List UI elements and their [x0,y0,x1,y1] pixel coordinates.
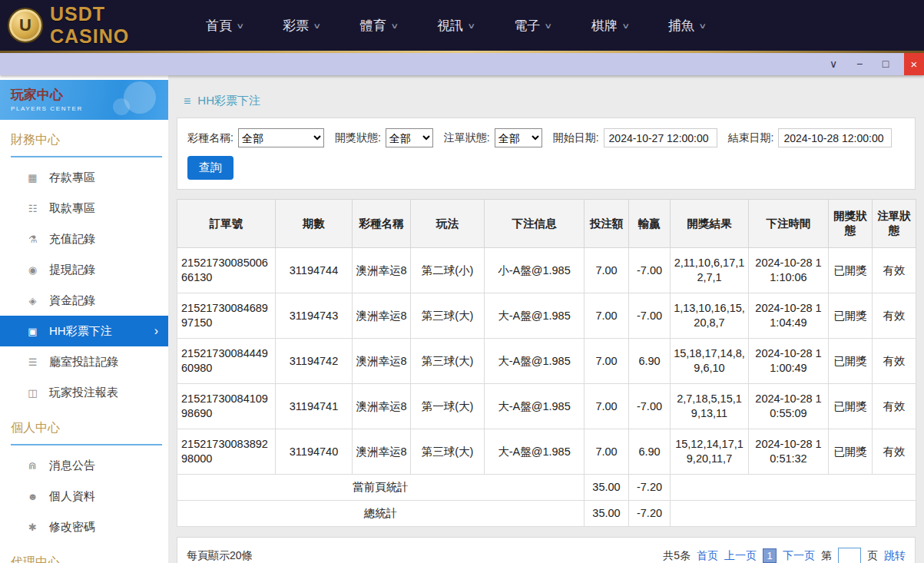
sidebar-item-deposit-area[interactable]: ▦存款專區 [0,162,168,193]
nav-item-fishing[interactable]: 捕魚∨ [668,17,705,35]
cell-order-status: 有效 [873,429,916,475]
page-jump-input[interactable] [838,548,861,563]
summary-win-loss: -7.20 [629,475,671,501]
cell-bet-info: 小-A盤@1.985 [485,248,585,293]
nav-item-sports[interactable]: 體育∨ [360,17,397,35]
coin-icon: ◉ [26,264,39,276]
cell-draw-result: 15,12,14,17,19,20,11,7 [671,429,749,475]
nav-item-label: 首頁 [206,17,232,35]
current-page-indicator[interactable]: 1 [763,548,777,563]
cell-draw-status: 已開獎 [829,293,873,339]
sidebar-item-announcements[interactable]: ⋒消息公告 [0,450,168,481]
nav-item-electronic[interactable]: 電子∨ [514,17,551,35]
col-header-period: 期數 [276,200,353,248]
filter-select-order-status[interactable]: 全部 [495,128,542,147]
nav-item-home[interactable]: 首頁∨ [206,17,243,35]
sidebar-item-withdrawal-records[interactable]: ◉提現記錄 [0,254,168,285]
table-footer: 每頁顯示20條 共5条 首页 上一页 1 下一页 第 页 跳转 [177,537,916,563]
sidebar-item-hall-bet-records[interactable]: ☰廳室投註記錄 [0,346,168,377]
cell-bet-amount: 7.00 [585,293,629,339]
section-title-finance-center: 財務中心 [11,132,162,157]
pagination: 共5条 首页 上一页 1 下一页 第 页 跳转 [663,548,906,563]
summary-win-loss: -7.20 [629,501,671,527]
prev-page-link[interactable]: 上一页 [724,549,757,563]
cell-order-no: 2152173008500666130 [177,248,276,293]
sidebar-title: 玩家中心 [11,86,168,104]
cell-draw-result: 1,13,10,16,15,20,8,7 [671,293,749,339]
coin-stack-icon: ☷ [26,203,39,214]
sidebar-item-withdraw-area[interactable]: ☷取款專區 [0,193,168,224]
money-bag-icon: ◈ [26,295,39,306]
cell-play-type: 第三球(大) [411,339,485,384]
nav-item-lottery[interactable]: 彩票∨ [283,17,320,35]
cell-draw-result: 15,18,17,14,8,9,6,10 [671,339,749,384]
cell-period: 31194742 [276,339,353,384]
cell-bet-info: 大-A盤@1.985 [485,339,585,384]
deposit-card-icon: ▦ [26,172,39,184]
sidebar-item-label: 廳室投註記錄 [49,355,118,369]
col-header-bet-info: 下注信息 [485,200,585,248]
nav-item-board-games[interactable]: 棋牌∨ [591,17,628,35]
sidebar-item-label: 修改密碼 [49,520,95,535]
logo-text: USDT CASINO [50,3,172,48]
jump-button[interactable]: 跳转 [884,549,906,563]
col-header-draw-result: 開獎結果 [671,200,749,248]
filter-label-start-date: 開始日期: [553,131,599,145]
filter-select-lottery-name[interactable]: 全部 [238,128,324,147]
cell-lottery-name: 澳洲幸运8 [353,339,411,384]
window-maximize-button[interactable]: □ [878,53,893,75]
cell-order-status: 有效 [873,384,916,429]
list-icon: ☰ [26,356,39,368]
sidebar-item-hh-lottery-bets[interactable]: ▣HH彩票下注› [0,316,168,346]
summary-bet-total: 35.00 [585,475,629,501]
sidebar-item-funds-records[interactable]: ◈資金記錄 [0,285,168,316]
col-header-order-no: 訂單號 [177,200,276,248]
jump-label-suffix: 页 [867,549,878,563]
next-page-link[interactable]: 下一页 [783,549,815,563]
col-header-bet-amount: 投注額 [585,200,629,248]
cell-period: 31194740 [276,429,353,475]
summary-row: 當前頁統計35.00-7.20 [177,475,916,501]
app-layout: 玩家中心 PLAYERS CENTER 財務中心▦存款專區☷取款專區⚗充值記錄◉… [0,75,924,563]
filter-input-end-date[interactable] [778,128,892,147]
search-button[interactable]: 查詢 [187,156,233,180]
chevron-down-icon: ∨ [621,22,630,30]
sidebar-item-player-bet-report[interactable]: ◫玩家投注報表 [0,377,168,408]
first-page-link[interactable]: 首页 [697,549,718,563]
summary-empty [671,501,916,527]
window-minimize-button[interactable]: − [852,53,867,75]
bell-icon: ⋒ [26,460,39,472]
nav-item-label: 彩票 [283,17,309,35]
chevron-down-icon: ∨ [467,22,475,30]
cell-order-no: 2152173008410998690 [177,384,276,429]
summary-label: 總統計 [177,501,585,527]
chevron-down-icon: ∨ [698,22,707,30]
nav-item-label: 視訊 [437,17,463,35]
logo-coin-letter: U [19,15,31,35]
table-row: 215217300846899715031194743澳洲幸运8第三球(大)大-… [177,293,916,339]
filter-select-draw-status[interactable]: 全部 [386,128,433,147]
sidebar-item-change-password[interactable]: ✱修改密碼 [0,512,168,542]
window-close-button[interactable]: × [904,53,924,75]
main-nav: 首頁∨彩票∨體育∨視訊∨電子∨棋牌∨捕魚∨ [206,17,705,35]
cell-order-status: 有效 [873,293,916,339]
filter-panel: 彩種名稱:全部開獎狀態:全部注單狀態:全部開始日期:結束日期: 查詢 [177,118,916,190]
filter-input-start-date[interactable] [604,128,717,147]
window-shade-button[interactable]: ∨ [826,53,841,75]
cell-bet-time: 2024-10-28 11:04:49 [749,293,829,339]
cell-period: 31194741 [276,384,353,429]
nav-item-video[interactable]: 視訊∨ [437,17,474,35]
cell-period: 31194744 [276,248,353,293]
page-size-text: 每頁顯示20條 [187,549,253,563]
logo[interactable]: U USDT CASINO [8,3,172,48]
cell-win-loss: -7.00 [629,384,671,429]
cell-draw-status: 已開獎 [829,429,873,475]
sidebar-item-label: 充值記錄 [49,232,95,247]
summary-label: 當前頁統計 [177,475,585,501]
cell-play-type: 第一球(大) [411,384,485,429]
sidebar-item-recharge-records[interactable]: ⚗充值記錄 [0,224,168,254]
sidebar-item-profile[interactable]: ☻個人資料 [0,481,168,512]
cell-bet-info: 大-A盤@1.985 [485,429,585,475]
nav-item-label: 棋牌 [591,17,618,35]
sidebar: 玩家中心 PLAYERS CENTER 財務中心▦存款專區☷取款專區⚗充值記錄◉… [0,75,168,563]
